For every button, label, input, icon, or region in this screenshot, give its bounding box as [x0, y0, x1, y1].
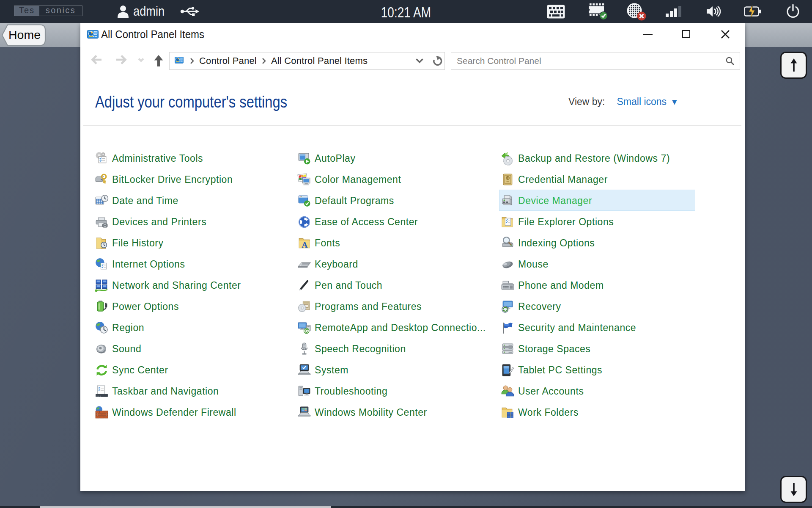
svg-text:Home: Home [8, 28, 41, 41]
svg-text:A: A [302, 240, 307, 249]
